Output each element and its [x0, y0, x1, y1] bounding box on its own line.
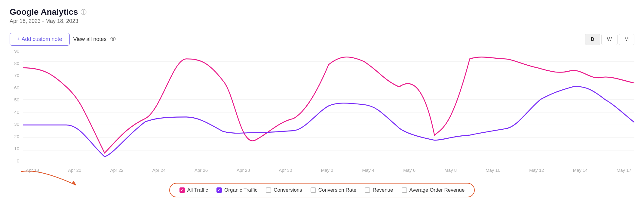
- x-label: May 6: [403, 168, 416, 173]
- checkmark-icon: ✓: [181, 188, 184, 192]
- x-label: Apr 22: [110, 168, 123, 173]
- legend-item-all-traffic[interactable]: ✓ All Traffic: [179, 187, 208, 193]
- legend-box: ✓ All Traffic ✓ Organic Traffic Conversi…: [169, 183, 475, 197]
- legend-label-organic-traffic: Organic Traffic: [224, 187, 257, 193]
- x-label: May 10: [486, 168, 500, 173]
- chart-body: [23, 49, 634, 163]
- x-label: May 4: [362, 168, 374, 173]
- legend-area: ✓ All Traffic ✓ Organic Traffic Conversi…: [10, 183, 634, 197]
- y-label: 30: [14, 122, 19, 126]
- x-axis: Apr 18 Apr 20 Apr 22 Apr 24 Apr 26 Apr 2…: [23, 168, 634, 173]
- legend-item-organic-traffic[interactable]: ✓ Organic Traffic: [216, 187, 257, 193]
- y-label: 60: [14, 85, 19, 90]
- y-label: 40: [14, 110, 19, 114]
- view-all-notes-button[interactable]: View all notes: [73, 36, 107, 42]
- y-label: 80: [14, 61, 19, 66]
- legend-label-avg-order-revenue: Average Order Revenue: [409, 187, 465, 193]
- y-label: 90: [14, 49, 19, 53]
- x-label: May 2: [321, 168, 333, 173]
- legend-checkbox-all-traffic[interactable]: ✓: [179, 187, 185, 193]
- legend-checkbox-conversion-rate[interactable]: [311, 187, 316, 193]
- y-label: 20: [14, 134, 19, 139]
- legend-label-revenue: Revenue: [373, 187, 393, 193]
- period-buttons: D W M: [585, 34, 635, 45]
- legend-checkbox-conversions[interactable]: [266, 187, 271, 193]
- chart-svg: [23, 49, 634, 163]
- legend-item-revenue[interactable]: Revenue: [365, 187, 393, 193]
- legend-checkbox-revenue[interactable]: [365, 187, 370, 193]
- x-label: Apr 18: [26, 168, 39, 173]
- legend-item-conversion-rate[interactable]: Conversion Rate: [311, 187, 357, 193]
- toolbar-left: + Add custom note View all notes 👁: [10, 33, 117, 46]
- legend-item-avg-order-revenue[interactable]: Average Order Revenue: [402, 187, 465, 193]
- x-label: May 14: [573, 168, 587, 173]
- page-header: Google Analytics ⓘ Apr 18, 2023 - May 18…: [10, 7, 634, 24]
- page-title: Google Analytics: [10, 7, 78, 17]
- legend-label-conversions: Conversions: [274, 187, 302, 193]
- x-label: Apr 24: [152, 168, 166, 173]
- legend-label-conversion-rate: Conversion Rate: [318, 187, 357, 193]
- x-label: Apr 26: [195, 168, 208, 173]
- legend-checkbox-avg-order-revenue[interactable]: [402, 187, 407, 193]
- period-week-button[interactable]: W: [601, 34, 618, 45]
- x-label: May 17: [617, 168, 631, 173]
- x-label: Apr 20: [68, 168, 81, 173]
- legend-item-conversions[interactable]: Conversions: [266, 187, 302, 193]
- x-label: Apr 30: [279, 168, 292, 173]
- checkmark-icon: ✓: [218, 188, 221, 192]
- y-label: 50: [14, 97, 19, 102]
- legend-container: ✓ All Traffic ✓ Organic Traffic Conversi…: [10, 183, 634, 197]
- all-traffic-line: [23, 57, 634, 153]
- add-custom-note-button[interactable]: + Add custom note: [10, 33, 70, 46]
- period-day-button[interactable]: D: [585, 34, 600, 45]
- y-axis: 90 80 70 60 50 40 30 20 10 0: [10, 49, 22, 163]
- y-label: 0: [17, 159, 19, 163]
- legend-label-all-traffic: All Traffic: [187, 187, 208, 193]
- eye-icon[interactable]: 👁: [110, 36, 117, 43]
- date-range: Apr 18, 2023 - May 18, 2023: [10, 18, 634, 24]
- legend-checkbox-organic-traffic[interactable]: ✓: [216, 187, 222, 193]
- y-label: 10: [14, 146, 19, 151]
- info-circle-icon: ⓘ: [81, 8, 87, 16]
- x-label: Apr 28: [237, 168, 250, 173]
- x-label: May 12: [529, 168, 544, 173]
- period-month-button[interactable]: M: [619, 34, 634, 45]
- x-label: May 8: [444, 168, 457, 173]
- chart-area: 90 80 70 60 50 40 30 20 10 0: [10, 49, 634, 181]
- y-label: 70: [14, 73, 19, 78]
- organic-traffic-line: [23, 87, 634, 157]
- toolbar: + Add custom note View all notes 👁 D W M: [10, 33, 634, 46]
